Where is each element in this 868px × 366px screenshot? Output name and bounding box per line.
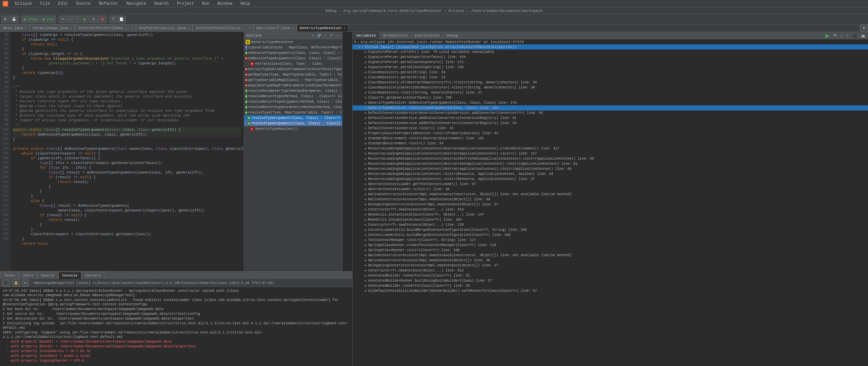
stop-button[interactable]: ⏹: [98, 16, 106, 23]
bottom-tab-junit[interactable]: JUnit: [19, 272, 37, 279]
debug-root-expand[interactable]: ▼: [354, 40, 356, 44]
stack-signatureparser-current[interactable]: ▶ SignatureParser.current() line: 79 Loc…: [353, 49, 868, 55]
stack-annotatedbuilder-runnerforclass2[interactable]: ▶ AnnotatedBuilder.runnerForClass(Class<…: [353, 283, 868, 288]
bottom-tab-servers[interactable]: Servers: [81, 272, 104, 279]
stack-defaultconv-init[interactable]: ▶ DefaultConversionService.<init>() line…: [353, 126, 868, 131]
debug-root-item[interactable]: ▼ ☕ org.eclipse.jdt.internal.junit.runne…: [353, 39, 868, 44]
menu-help[interactable]: Help: [239, 1, 252, 7]
menu-search[interactable]: Search: [153, 1, 170, 7]
stack-resourceloading-init-refreshable[interactable]: ▶ ResourceLoadingXmlApplicationContext(A…: [353, 156, 868, 161]
bottom-tab-tasks[interactable]: Tasks: [0, 272, 19, 279]
tab-interestpointrea-close[interactable]: ✕: [131, 26, 133, 30]
debug-content[interactable]: ▼ ☕ org.eclipse.jdt.internal.junit.runne…: [353, 39, 868, 366]
console-scroll-lock[interactable]: 🔒: [12, 279, 20, 287]
stack-classrepo-parse2[interactable]: ▶ ClassRepository.parse(String) line: 23: [353, 75, 868, 80]
menu-edit[interactable]: Edit: [57, 1, 69, 7]
outline-menu-btn[interactable]: ▼: [329, 33, 334, 38]
editor-pane[interactable]: 8081828384 8586878889 9091929394 9596979…: [0, 32, 244, 271]
stack-resourceloading-init-resource[interactable]: ▶ ResourceLoadingXmlApplicationContext.<…: [353, 171, 868, 177]
console-word-wrap[interactable]: ↵: [22, 279, 29, 287]
debug-disconnect-btn[interactable]: ⏏: [860, 32, 867, 39]
outline-method-resolvetypearg[interactable]: M resolveTypeArgument(Class, Class) : Cl…: [244, 115, 342, 121]
console-clear-btn[interactable]: ⬛: [1, 279, 10, 287]
outline-link-btn[interactable]: 🔗: [316, 33, 322, 38]
outline-method-resolveparam[interactable]: M resolveParameterType(MethodParameter, …: [244, 88, 342, 94]
debug-button[interactable]: ▶ Debug: [21, 16, 40, 23]
stack-defaultconv-adddefault[interactable]: ▶ DefaultConversionService.addDefaultCon…: [353, 121, 868, 126]
stack-propertysources-init[interactable]: ▶ PropertySourcesPropertyResolver.<init>…: [353, 131, 868, 136]
stack-spring4runner-init[interactable]: ▶ Spring4ClassRunner.<init>(Class<?>) li…: [353, 248, 868, 253]
outline-method-resolvereturngeneric[interactable]: M resolveReturnTypeForGenericMethod(Meth…: [244, 104, 342, 110]
stack-classrepo-genericdec[interactable]: ▶ ClassRepository(GenericDecRepository<S…: [353, 85, 868, 90]
debug-stepreturn-btn[interactable]: ↑: [845, 32, 850, 39]
stack-gtr-resolvetypeargs[interactable]: ▶ GenericTypeResolver.resolveTypeArgumen…: [353, 105, 868, 110]
stack-beanutils-instantiateobj[interactable]: ▶ BeanUtils.instantiateClass(Class<T>, O…: [353, 212, 868, 217]
debug-stepover-btn[interactable]: ↷: [831, 32, 838, 39]
menu-run[interactable]: Run: [201, 1, 211, 7]
stack-classrepo-init[interactable]: ▶ ClassRepository.<init>(String, Generic…: [353, 90, 868, 95]
menu-window[interactable]: Window: [216, 1, 234, 7]
tab-main-java-close[interactable]: ✕: [24, 26, 26, 30]
stack-delegatingconstr-newinstance2[interactable]: ▶ DelegatingConstructorAccessorImpl.newI…: [353, 263, 868, 268]
outline-method-populatetypemap[interactable]: M populateTypeMapFromParameterizedType(P…: [244, 83, 342, 88]
debug-tab-variables[interactable]: Variables: [353, 32, 380, 39]
stack-annotatedbuilder-runnerbuildsuite[interactable]: ▶ AnnotatedBuilderRunner.buildUsingSuite…: [353, 278, 868, 283]
outline-method-getrawtype[interactable]: M getRawType(Type, Map<TypeVariable, Typ…: [244, 72, 342, 77]
stack-contextloaderutils-build[interactable]: ▶ ContextLoaderUtils.buildMergedContextC…: [353, 232, 868, 238]
debug-stop-btn[interactable]: ⬛: [850, 32, 859, 39]
menu-refactor[interactable]: Refactor: [97, 1, 120, 7]
menu-source[interactable]: Source: [75, 1, 92, 7]
save-button[interactable]: 💾: [9, 16, 18, 23]
debug-tab-expressions[interactable]: Expressions: [412, 32, 443, 39]
outline-sort-btn[interactable]: ↕: [322, 33, 328, 38]
debug-resume-btn[interactable]: ▶: [824, 32, 831, 39]
stack-signatureparser-superinterfaces[interactable]: ▶ SignatureParser.parseSuperInterfaces()…: [353, 55, 868, 60]
suspend[interactable]: ⏸: [90, 16, 98, 23]
outline-method-doresolve2[interactable]: M doResolveTypeArguments(Class, Class) :…: [244, 56, 342, 61]
stack-standardenv-init-abs[interactable]: ▶ StandardEnvironment.<init>(AbstractEnv…: [353, 136, 868, 141]
tab-generictyperesolver-close[interactable]: ✕: [343, 26, 346, 30]
open-resource[interactable]: 📄: [117, 16, 126, 23]
step-into[interactable]: ↓: [67, 16, 74, 23]
stack-resourceloading-init-appctx[interactable]: ▶ ResourceLoadingXmlApplicationContext(A…: [353, 166, 868, 171]
stack-abstractctxloader-cinit[interactable]: ▶ AbstractContextLoader.<cinit>() line: …: [353, 187, 868, 192]
tab-interestpointrea[interactable]: InterestPointFileRea... ✕: [75, 24, 136, 32]
outline-method-resolvereturnarg[interactable]: M resolveReturnTypeArgument(Method, Clas…: [244, 99, 342, 104]
outline-method-resolvereturn[interactable]: M resolveReturnType(Method, Class) : Cla…: [244, 94, 342, 99]
stack-constructor-newinstance2[interactable]: ▶ Constructor<T>.newInstance(Object...) …: [353, 222, 868, 227]
outline-field-typevarcache[interactable]: f typeVariableCache : Map<Class, Referen…: [244, 45, 342, 50]
stack-signatureparser-classsigstring[interactable]: ▶ SignatureParser.parseClassSigString() …: [353, 65, 868, 70]
console-output[interactable]: 14:37:59.241 [main] DEBUG o.s.t.c.j.Spri…: [0, 287, 352, 366]
tab-harrissurf-close[interactable]: ✕: [292, 26, 294, 30]
resume[interactable]: ▶: [81, 16, 89, 23]
tab-main-java[interactable]: Main.java ✕: [0, 24, 29, 32]
stack-constructor-newinstance1[interactable]: ▶ Constructor<T>.newInstance(Object...) …: [353, 207, 868, 212]
tab-generictyperesolver[interactable]: GenericTypeResolver ✕: [297, 24, 349, 32]
open-type[interactable]: T: [110, 16, 116, 23]
stack-alldefault-saferunner[interactable]: ▶ AllDefaultPossibilitiesBuilder(RunnerB…: [353, 288, 868, 293]
menu-file[interactable]: File: [39, 1, 51, 7]
stack-delegatingconstr-newinstance1[interactable]: ▶ DelegatingConstructorAccessorImpl.newI…: [353, 202, 868, 207]
tab-keypointfile[interactable]: KeyPointFileList.java ✕: [136, 24, 193, 32]
run-button[interactable]: ▶ Java: [40, 16, 56, 23]
tab-overflow[interactable]: ▼: [860, 24, 868, 32]
tab-harrissurf[interactable]: HarrisSurf.java ✕: [253, 24, 296, 32]
outline-method-extractclass[interactable]: M extractClass(Class, Type) : Class: [244, 61, 342, 66]
outline-method-resolvetype[interactable]: M resolveType(Type, Map<TypeVariable, Ty…: [244, 110, 342, 115]
tab-interestpointlis-close[interactable]: ✕: [248, 26, 250, 30]
menu-eclipse[interactable]: Eclipse: [14, 1, 33, 7]
stack-beanutils-instantiate[interactable]: ▶ BeanUtils.instantiateClass(Class<T>) l…: [353, 217, 868, 222]
menu-project[interactable]: Project: [176, 1, 195, 7]
outline-method-resolvetypeargs[interactable]: M resolveTypeArguments(Class, Class) : C…: [244, 121, 342, 126]
outline-method-doresolve1[interactable]: M doResolveTypeArguments(Class, Class, C…: [244, 50, 342, 56]
outline-method-gettypevarmap[interactable]: M getTypeVariableMap(Class) : Map<TypeVa…: [244, 77, 342, 83]
tab-formatimage-close[interactable]: ✕: [70, 26, 72, 30]
stack-resourceloading-init-abs[interactable]: ▶ ResourceLoadingXmlApplicationContext(A…: [353, 151, 868, 156]
stack-contextloaderutils-buildmerged[interactable]: ▶ ContextLoaderUtils.buildMergedContextC…: [353, 227, 868, 232]
stack-constructor-newinstance3[interactable]: ▶ Constructor<T>.newInstance(Object...) …: [353, 268, 868, 273]
stack-abstractctxloader-gettest[interactable]: ▶ AbstractContextLoader.getTestContextLo…: [353, 182, 868, 187]
code-area[interactable]: Class[] typeArgs = resolveTypeArguments(…: [10, 32, 244, 271]
outline-close-btn[interactable]: ✕: [335, 33, 340, 38]
stack-nativeconstr-newinstance2[interactable]: ▶ NativeConstructorAccessorImpl.newInsta…: [353, 258, 868, 263]
stack-annotatedbuilder-runnerforclass1[interactable]: ▶ AnnotatedBuilder.runnerForClass(Class<…: [353, 273, 868, 278]
